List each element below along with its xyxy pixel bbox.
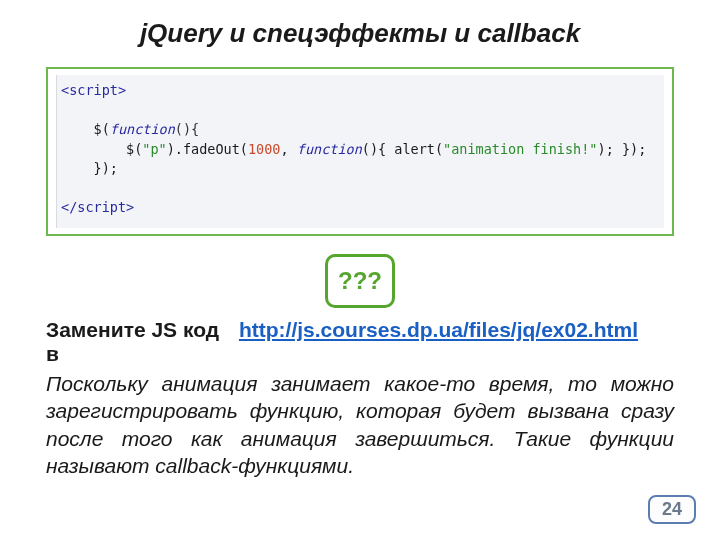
code-l2b: ).fadeOut( — [167, 141, 248, 157]
body-paragraph: Поскольку анимация занимает какое-то вре… — [46, 370, 674, 479]
code-str2: "animation finish!" — [443, 141, 597, 157]
slide-title: jQuery и спецэффекты и callback — [0, 18, 720, 49]
code-l2e: ); }); — [598, 141, 647, 157]
code-open-tag: <script> — [61, 82, 126, 98]
example-link[interactable]: http://js.courses.dp.ua/files/jq/ex02.ht… — [239, 318, 638, 341]
code-l3: }); — [94, 160, 118, 176]
question-text: ??? — [338, 267, 382, 295]
code-l1-rest: (){ — [175, 121, 199, 137]
code-num: 1000 — [248, 141, 281, 157]
instruction-suffix: в — [46, 342, 674, 366]
code-str1: "p" — [142, 141, 166, 157]
instruction-row: Замените JS код http://js.courses.dp.ua/… — [46, 318, 674, 342]
page-number: 24 — [648, 495, 696, 524]
code-content: <script> $(function(){ $("p").fadeOut(10… — [56, 75, 664, 228]
code-l2a: $( — [126, 141, 142, 157]
code-l2c: , — [280, 141, 296, 157]
question-badge: ??? — [325, 254, 395, 308]
code-close-tag: </script> — [61, 199, 134, 215]
code-fn-kw2: function — [297, 141, 362, 157]
code-fn-kw: function — [110, 121, 175, 137]
instruction-prefix: Замените JS код — [46, 318, 219, 341]
code-block: <script> $(function(){ $("p").fadeOut(10… — [46, 67, 674, 236]
code-l2d: (){ alert( — [362, 141, 443, 157]
